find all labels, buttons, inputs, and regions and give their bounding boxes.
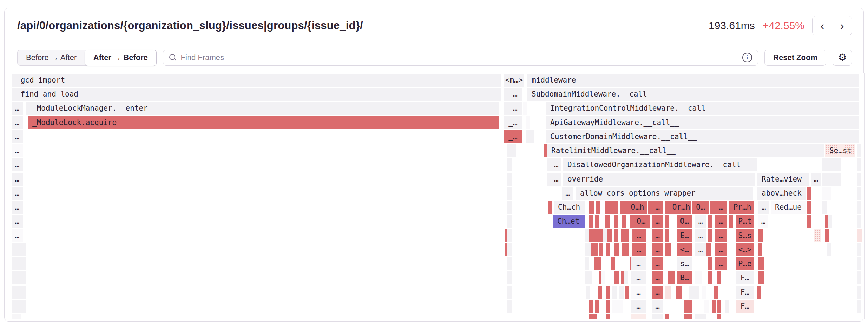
find-frames-field[interactable]: i bbox=[163, 50, 758, 66]
flamegraph-frame[interactable] bbox=[667, 243, 671, 256]
flamegraph-frame[interactable]: … bbox=[652, 314, 663, 319]
flamegraph-frame[interactable]: … bbox=[652, 229, 663, 242]
flamegraph-frame[interactable] bbox=[507, 144, 512, 157]
flamegraph-frame[interactable]: _… bbox=[504, 102, 522, 115]
flamegraph-frame[interactable]: DisallowedOrganizationMiddleware.__call_… bbox=[563, 158, 757, 171]
flamegraph-frame[interactable] bbox=[760, 257, 764, 270]
flamegraph-frame[interactable] bbox=[857, 257, 861, 270]
flamegraph-frame[interactable]: _ModuleLockManager.__enter__ bbox=[28, 102, 499, 115]
flamegraph-frame[interactable]: _… bbox=[547, 158, 561, 171]
flamegraph-frame[interactable]: E… bbox=[677, 229, 692, 242]
flamegraph-frame[interactable]: … bbox=[715, 243, 727, 256]
flamegraph-frame[interactable] bbox=[21, 300, 26, 313]
flamegraph-frame[interactable] bbox=[512, 144, 516, 157]
flamegraph-frame[interactable] bbox=[530, 130, 534, 143]
flamegraph-frame[interactable] bbox=[597, 257, 601, 270]
flamegraph-frame[interactable] bbox=[606, 286, 610, 299]
flamegraph-frame[interactable] bbox=[507, 187, 512, 200]
flamegraph-frame[interactable]: allow_cors_options_wrapper bbox=[576, 187, 753, 200]
flamegraph-frame[interactable] bbox=[598, 286, 602, 299]
flamegraph-frame[interactable]: _find_and_load bbox=[12, 88, 501, 101]
flamegraph-frame[interactable] bbox=[717, 271, 721, 284]
flamegraph-frame[interactable]: Se…st bbox=[825, 144, 855, 157]
flamegraph-frame[interactable] bbox=[507, 229, 512, 242]
flamegraph-frame[interactable] bbox=[828, 215, 832, 228]
flamegraph-frame[interactable] bbox=[12, 314, 21, 319]
flamegraph-frame[interactable]: … bbox=[632, 229, 646, 242]
flamegraph-frame[interactable]: … bbox=[811, 173, 821, 186]
flamegraph-frame[interactable]: … bbox=[562, 187, 573, 200]
flamegraph-frame[interactable] bbox=[857, 215, 861, 228]
flamegraph-frame[interactable] bbox=[601, 271, 605, 284]
flamegraph-frame[interactable] bbox=[612, 286, 617, 299]
flamegraph-frame[interactable] bbox=[758, 243, 762, 256]
flamegraph-frame[interactable]: s… bbox=[677, 257, 692, 270]
flamegraph-frame[interactable] bbox=[606, 300, 610, 313]
flamegraph-frame[interactable] bbox=[605, 215, 610, 228]
flamegraph-frame[interactable] bbox=[593, 314, 597, 319]
info-icon[interactable]: i bbox=[742, 53, 752, 62]
flamegraph-frame[interactable] bbox=[822, 173, 827, 186]
flamegraph-frame[interactable] bbox=[827, 243, 831, 256]
flamegraph-frame[interactable] bbox=[622, 215, 626, 228]
reset-zoom-button[interactable]: Reset Zoom bbox=[764, 50, 826, 66]
flamegraph-frame[interactable] bbox=[586, 286, 590, 299]
flamegraph-frame[interactable] bbox=[606, 243, 610, 256]
flamegraph-frame[interactable] bbox=[21, 271, 26, 284]
flamegraph-frame[interactable] bbox=[825, 229, 829, 242]
flamegraph-frame[interactable]: ApiGatewayMiddleware.__call__ bbox=[546, 116, 859, 129]
flamegraph-frame[interactable]: B… bbox=[677, 271, 692, 284]
flamegraph-frame[interactable]: RatelimitMiddleware.__call__ bbox=[547, 144, 824, 157]
flamegraph-frame[interactable]: … bbox=[12, 116, 23, 129]
flamegraph-frame[interactable]: abov…heck bbox=[757, 187, 806, 200]
flamegraph-frame[interactable] bbox=[708, 271, 712, 284]
flamegraph-frame[interactable] bbox=[625, 243, 629, 256]
flamegraph-frame[interactable] bbox=[695, 314, 706, 319]
previous-button[interactable]: ‹ bbox=[813, 16, 832, 35]
flamegraph-frame[interactable] bbox=[507, 173, 512, 186]
flamegraph-frame[interactable]: SubdomainMiddleware.__call__ bbox=[527, 88, 859, 101]
flamegraph-frame[interactable]: Red…ue bbox=[771, 201, 806, 214]
flamegraph-frame[interactable]: _… bbox=[547, 173, 561, 186]
flamegraph-frame[interactable] bbox=[589, 300, 593, 313]
flamegraph-frame[interactable]: … bbox=[695, 229, 706, 242]
flamegraph-frame[interactable]: … bbox=[12, 201, 23, 214]
flamegraph-frame[interactable]: Ch…ch bbox=[554, 201, 585, 214]
flamegraph-frame[interactable] bbox=[592, 229, 596, 242]
flamegraph-frame[interactable] bbox=[507, 271, 512, 284]
flamegraph-frame[interactable] bbox=[695, 271, 702, 284]
flamegraph-frame[interactable]: _… bbox=[504, 116, 522, 129]
flamegraph-frame[interactable]: … bbox=[652, 257, 663, 270]
flamegraph-frame[interactable]: … bbox=[652, 286, 663, 299]
flamegraph-frame[interactable] bbox=[857, 286, 861, 299]
flamegraph-frame[interactable] bbox=[589, 201, 594, 214]
flamegraph-frame[interactable] bbox=[678, 286, 682, 299]
flamegraph-frame[interactable]: … bbox=[12, 229, 23, 242]
flamegraph-frame[interactable]: … bbox=[758, 215, 768, 228]
flamegraph-frame[interactable] bbox=[507, 215, 512, 228]
flamegraph-frame[interactable]: middleware bbox=[527, 74, 859, 87]
flamegraph-frame[interactable] bbox=[684, 300, 692, 313]
flamegraph-frame[interactable]: … bbox=[631, 286, 646, 299]
flamegraph-frame[interactable]: Or…h bbox=[671, 201, 691, 214]
flamegraph-frame[interactable] bbox=[614, 271, 619, 284]
flamegraph-frame[interactable]: … bbox=[631, 271, 646, 284]
flamegraph-frame[interactable] bbox=[548, 201, 552, 214]
flamegraph-frame[interactable] bbox=[585, 257, 589, 270]
flamegraph-frame[interactable] bbox=[595, 215, 599, 228]
flamegraph-frame[interactable]: … bbox=[715, 257, 727, 270]
flamegraph-frame[interactable]: … bbox=[631, 314, 646, 319]
flamegraph-frame[interactable] bbox=[624, 271, 628, 284]
flamegraph-frame[interactable] bbox=[611, 257, 615, 270]
flamegraph-frame[interactable] bbox=[625, 286, 629, 299]
flamegraph-frame[interactable]: CustomerDomainMiddleware.__call__ bbox=[546, 130, 859, 143]
flamegraph-frame[interactable]: … bbox=[695, 215, 706, 228]
flamegraph-frame[interactable] bbox=[822, 187, 831, 200]
flamegraph-frame[interactable] bbox=[857, 144, 861, 157]
flamegraph-frame[interactable] bbox=[671, 271, 675, 284]
flamegraph-frame[interactable] bbox=[588, 271, 592, 284]
flamegraph-frame[interactable] bbox=[12, 271, 21, 284]
flamegraph-frame[interactable] bbox=[807, 215, 811, 228]
flamegraph-frame[interactable] bbox=[608, 201, 618, 214]
flamegraph-frame[interactable] bbox=[589, 314, 593, 319]
